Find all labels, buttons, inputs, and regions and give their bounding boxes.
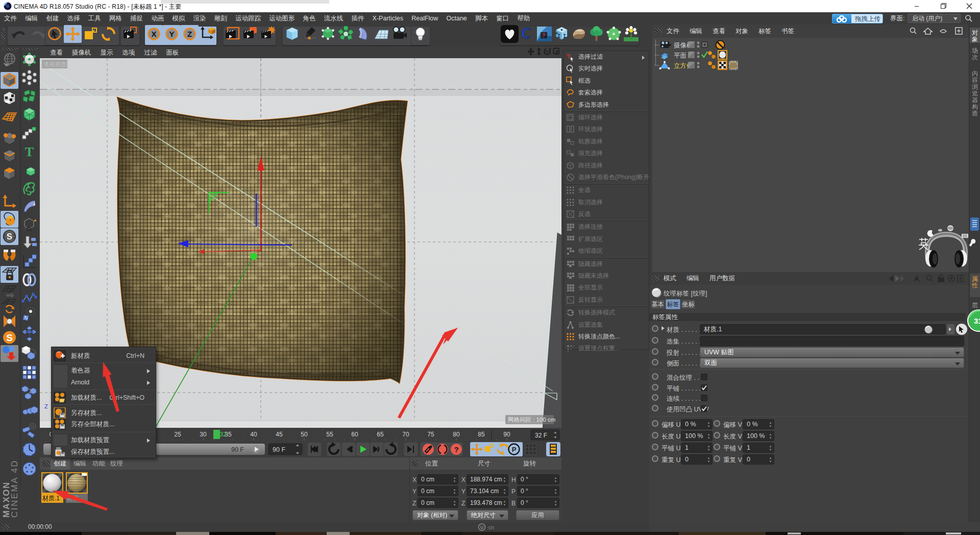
- svg-text:31: 31: [974, 317, 980, 325]
